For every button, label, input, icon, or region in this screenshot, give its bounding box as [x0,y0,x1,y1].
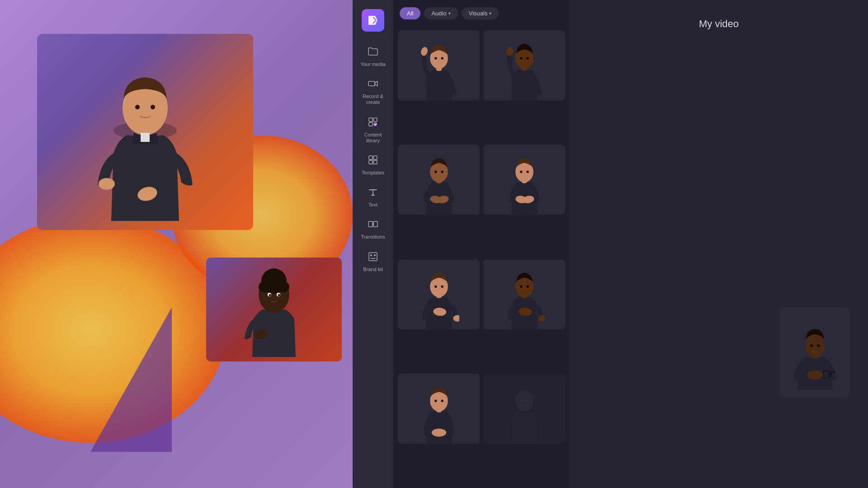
record-icon [368,78,378,92]
sidebar-item-content-library[interactable]: Contentlibrary [353,111,393,149]
avatar-card-1[interactable] [398,30,480,100]
svg-point-78 [807,371,822,380]
svg-point-70 [431,428,446,436]
svg-point-72 [520,399,522,402]
avatar-card-5[interactable] [398,259,480,329]
svg-point-3 [135,105,140,109]
svg-point-39 [520,57,522,59]
svg-point-12 [278,282,289,292]
svg-point-36 [420,46,429,56]
content-panel: All Audio ▾ Visuals ▾ [393,0,570,488]
svg-point-40 [526,57,528,59]
svg-point-35 [441,57,443,59]
svg-point-63 [526,285,528,287]
folder-icon [368,46,378,60]
templates-label: Templates [362,170,384,176]
svg-point-34 [434,57,437,59]
svg-point-51 [526,171,528,173]
visuals-chevron-icon: ▾ [489,11,491,16]
svg-rect-19 [369,118,373,122]
your-media-label: Your media [360,61,385,67]
avatar-card-2[interactable] [483,30,565,100]
svg-point-50 [520,171,522,173]
transitions-label: Transitions [361,234,385,240]
svg-rect-21 [369,122,373,126]
svg-point-62 [520,285,522,287]
svg-point-73 [526,399,528,402]
avatar-card-4[interactable] [483,145,565,215]
svg-point-69 [441,399,443,402]
svg-point-15 [269,294,271,296]
svg-point-11 [259,282,269,292]
brand-kit-label: Brand kit [363,267,382,272]
transitions-icon [368,219,378,232]
audio-chevron-icon: ▾ [448,11,451,16]
svg-point-57 [441,285,443,287]
svg-rect-18 [368,81,375,86]
svg-point-75 [805,334,824,358]
content-library-label: Contentlibrary [364,132,382,144]
svg-point-41 [505,46,514,56]
visuals-filter-button[interactable]: Visuals ▾ [462,7,499,19]
content-library-icon [368,117,378,130]
all-filter-button[interactable]: All [400,7,420,19]
avatar-card-3[interactable] [398,145,480,215]
svg-rect-24 [373,156,377,160]
text-icon [368,187,378,200]
avatar-card-8[interactable] [483,374,565,444]
templates-icon [368,155,378,168]
sidebar-item-templates[interactable]: Templates [353,149,393,181]
svg-point-16 [278,294,280,296]
svg-point-44 [434,171,437,173]
svg-point-31 [374,254,376,256]
sidebar-item-transitions[interactable]: Transitions [353,213,393,245]
svg-point-56 [434,285,437,287]
hand-cursor-icon: ☞ [822,365,836,384]
filter-bar: All Audio ▾ Visuals ▾ [393,0,570,27]
sidebar-item-record-create[interactable]: Record &create [353,73,393,111]
svg-rect-29 [369,253,377,261]
svg-rect-27 [368,221,373,227]
avatar-card-6[interactable] [483,259,565,329]
sidebar-item-your-media[interactable]: Your media [353,41,393,73]
svg-rect-25 [369,160,373,164]
svg-point-76 [810,344,812,347]
svg-rect-20 [373,118,377,122]
svg-point-68 [434,399,437,402]
avatar-grid [393,27,570,488]
small-video-card[interactable] [206,258,342,361]
svg-rect-28 [373,221,377,227]
svg-point-45 [441,171,443,173]
background-triangle [90,307,172,452]
record-create-label: Record &create [363,94,383,105]
svg-rect-5 [141,133,150,142]
sidebar-item-brand-kit[interactable]: Brand kit [353,246,393,278]
brand-kit-icon [368,251,378,265]
right-panel: My video ☞ [570,0,868,488]
svg-point-30 [370,254,372,256]
svg-point-71 [515,390,533,412]
svg-rect-26 [373,160,377,164]
my-video-label: My video [699,18,739,30]
text-label: Text [368,202,377,208]
svg-point-7 [99,178,115,190]
svg-rect-23 [369,156,373,160]
svg-point-4 [151,105,155,109]
right-panel-avatar-card[interactable] [780,307,850,398]
sidebar: Your media Record &create Contentlibrary [353,0,393,488]
avatar-card-7[interactable] [398,374,480,444]
svg-point-77 [817,344,820,347]
app-logo[interactable] [362,9,384,32]
main-video-card[interactable] [37,34,253,230]
sidebar-item-text[interactable]: Text [353,181,393,213]
canvas-area [0,0,353,488]
audio-filter-button[interactable]: Audio ▾ [424,7,458,19]
